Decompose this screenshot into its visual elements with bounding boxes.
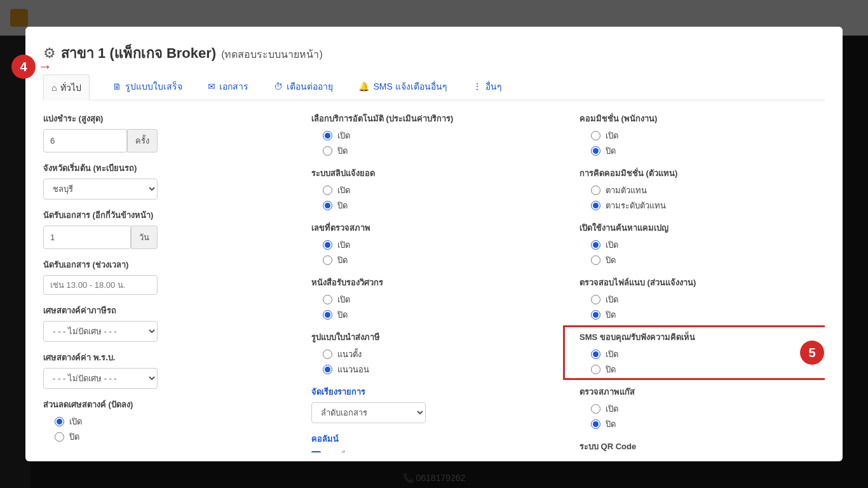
- commission-staff-close[interactable]: ปิด: [591, 144, 825, 158]
- campaign-open[interactable]: เปิด: [591, 238, 825, 252]
- columns-label: คอลัมน์: [311, 432, 557, 445]
- province-select[interactable]: ชลบุรี: [43, 179, 158, 200]
- gas-check-close[interactable]: ปิด: [591, 417, 825, 431]
- file-check-label: ตรวจสอบไฟล์แนบ (ส่วนแจ้งงาน): [580, 276, 825, 289]
- tax-layout-label: รูปแบบใบนำส่งภาษี: [311, 330, 557, 344]
- callout-5-badge: 5: [800, 341, 824, 365]
- file-check-close[interactable]: ปิด: [591, 308, 825, 322]
- discount-close[interactable]: ปิด: [55, 430, 288, 444]
- sort-select[interactable]: ลำดับเอกสาร: [311, 402, 426, 423]
- docs-days-label: นัดรับเอกสาร (อีกกี่วันข้างหน้า): [43, 208, 288, 222]
- gas-check-label: ตรวจสภาพแก๊ส: [580, 385, 825, 398]
- callout-4-badge: 4: [11, 55, 36, 79]
- slip-close[interactable]: ปิด: [323, 199, 557, 212]
- fraction-prb-select[interactable]: - - - ไม่ปัดเศษ - - -: [43, 368, 158, 389]
- commission-staff-open[interactable]: เปิด: [591, 129, 825, 142]
- callout-4: 4 →: [11, 55, 52, 79]
- settings-col-1: แบ่งชำระ (สูงสุด) ครั้ง จังหวัดเริ่มต้น …: [43, 112, 288, 452]
- commission-agent-label: การคิดคอมมิชชั่น (ตัวแทน): [580, 166, 825, 180]
- modal-title: ⚙ สาขา 1 (แพ็กเกจ Broker) (ทดสอบระบบนายห…: [43, 42, 825, 64]
- tab-bar: ⌂ทั่วไป 🗎รูปแบบใบเสร็จ ✉เอกสาร ⏱เตือนต่อ…: [43, 74, 825, 100]
- campaign-close[interactable]: ปิด: [591, 254, 825, 267]
- installment-suffix: ครั้ง: [127, 129, 158, 152]
- engineer-close[interactable]: ปิด: [323, 308, 557, 322]
- col-doc-no[interactable]: เลขที่เอกสาร: [311, 449, 557, 452]
- home-icon: ⌂: [51, 83, 57, 93]
- slip-open[interactable]: เปิด: [323, 184, 557, 197]
- discount-label: ส่วนลดเศษสตางค์ (ปัดลง): [43, 398, 288, 411]
- fraction-tax-select[interactable]: - - - ไม่ปัดเศษ - - -: [43, 321, 158, 342]
- callout-5-highlight: 5: [563, 325, 825, 380]
- file-check-open[interactable]: เปิด: [591, 293, 825, 306]
- commission-staff-label: คอมมิชชั่น (พนักงาน): [580, 112, 825, 125]
- docs-time-label: นัดรับเอกสาร (ช่วงเวลา): [43, 258, 288, 271]
- commission-by-agent[interactable]: ตามตัวแทน: [591, 184, 825, 197]
- inspection-label: เลขที่ตรวจสภาพ: [311, 221, 557, 234]
- slip-label: ระบบสลิปแจ้งยอด: [311, 166, 557, 180]
- modal-title-main: สาขา 1 (แพ็กเกจ Broker): [61, 42, 216, 64]
- docs-days-input[interactable]: [43, 226, 131, 249]
- autoservice-open[interactable]: เปิด: [323, 129, 557, 142]
- tax-layout-vertical[interactable]: แนวตั้ง: [323, 348, 557, 361]
- autoservice-label: เลือกบริการอัตโนมัติ (ประเมินค่าบริการ): [311, 112, 557, 125]
- installment-input[interactable]: [43, 129, 127, 152]
- autoservice-close[interactable]: ปิด: [323, 144, 557, 158]
- inspection-open[interactable]: เปิด: [323, 238, 557, 252]
- installment-label: แบ่งชำระ (สูงสุด): [43, 112, 288, 125]
- modal-title-sub: (ทดสอบระบบนายหน้า): [221, 46, 323, 62]
- commission-by-level[interactable]: ตามระดับตัวแทน: [591, 199, 825, 212]
- discount-open[interactable]: เปิด: [55, 415, 288, 428]
- envelope-icon: ✉: [208, 81, 215, 92]
- bell-icon: 🔔: [358, 81, 369, 92]
- engineer-label: หนังสือรับรองวิศวกร: [311, 276, 557, 289]
- arrow-right-icon: →: [38, 58, 52, 75]
- fraction-tax-label: เศษสตางค์ค่าภาษีรถ: [43, 304, 288, 317]
- settings-modal: ⚙ สาขา 1 (แพ็กเกจ Broker) (ทดสอบระบบนายห…: [25, 27, 843, 461]
- inspection-close[interactable]: ปิด: [323, 254, 557, 267]
- gas-check-open[interactable]: เปิด: [591, 402, 825, 416]
- tab-renewal[interactable]: ⏱เตือนต่ออายุ: [271, 74, 336, 100]
- engineer-open[interactable]: เปิด: [323, 293, 557, 306]
- dots-icon: ⋮: [473, 81, 482, 92]
- settings-columns: แบ่งชำระ (สูงสุด) ครั้ง จังหวัดเริ่มต้น …: [43, 112, 825, 452]
- settings-col-3: คอมมิชชั่น (พนักงาน) เปิด ปิด การคิดคอมม…: [580, 112, 825, 452]
- tab-receipt[interactable]: 🗎รูปแบบใบเสร็จ: [110, 74, 185, 100]
- sort-label: จัดเรียงรายการ: [311, 385, 557, 398]
- clock-icon: ⏱: [274, 81, 283, 92]
- fraction-prb-label: เศษสตางค์ค่า พ.ร.บ.: [43, 351, 288, 364]
- file-icon: 🗎: [112, 81, 121, 92]
- tax-layout-horizontal[interactable]: แนวนอน: [323, 363, 557, 376]
- campaign-label: เปิดใช้งานค้นหาแคมเปญ: [580, 221, 825, 234]
- province-label: จังหวัดเริ่มต้น (ทะเบียนรถ): [43, 161, 288, 175]
- settings-col-2: เลือกบริการอัตโนมัติ (ประเมินค่าบริการ) …: [311, 112, 557, 452]
- docs-days-suffix: วัน: [131, 226, 158, 249]
- docs-time-input[interactable]: [43, 275, 158, 295]
- tab-sms[interactable]: 🔔SMS แจ้งเตือนอื่นๆ: [356, 74, 449, 100]
- qr-label: ระบบ QR Code: [580, 440, 825, 452]
- tab-other[interactable]: ⋮อื่นๆ: [470, 74, 505, 100]
- tab-documents[interactable]: ✉เอกสาร: [205, 74, 251, 100]
